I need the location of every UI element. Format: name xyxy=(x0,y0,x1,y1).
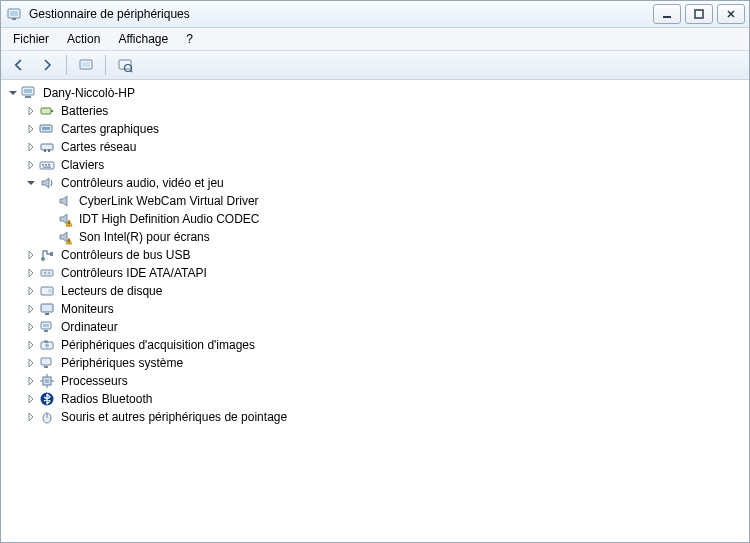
back-button[interactable] xyxy=(7,53,31,77)
svg-rect-22 xyxy=(45,164,47,166)
expand-toggle[interactable] xyxy=(25,285,37,297)
svg-rect-19 xyxy=(48,149,50,152)
cpu-icon xyxy=(39,373,55,389)
device-tree[interactable]: Dany-Niccolò-HP Batteries Cartes graphiq… xyxy=(1,80,749,542)
tree-item-label: Périphériques système xyxy=(59,354,185,372)
tree-item-label: Contrôleurs de bus USB xyxy=(59,246,192,264)
minimize-button[interactable] xyxy=(653,4,681,24)
tree-item-system-devices[interactable]: Périphériques système xyxy=(7,354,747,372)
titlebar: Gestionnaire de périphériques xyxy=(1,1,749,28)
close-button[interactable] xyxy=(717,4,745,24)
refresh-button[interactable] xyxy=(113,53,137,77)
svg-rect-18 xyxy=(44,149,46,152)
svg-rect-27 xyxy=(68,240,69,243)
svg-rect-47 xyxy=(45,379,49,383)
expand-toggle[interactable] xyxy=(25,411,37,423)
keyboard-icon xyxy=(39,157,55,173)
audio-warning-icon xyxy=(57,229,73,245)
system-icon xyxy=(39,355,55,371)
tree-root[interactable]: Dany-Niccolò-HP xyxy=(7,84,747,102)
svg-point-33 xyxy=(48,272,51,275)
menu-view[interactable]: Affichage xyxy=(110,30,176,48)
expand-toggle[interactable] xyxy=(25,321,37,333)
tree-item-label: Claviers xyxy=(59,156,106,174)
expand-toggle[interactable] xyxy=(25,249,37,261)
expand-toggle-empty xyxy=(43,213,55,225)
expand-toggle[interactable] xyxy=(25,303,37,315)
expand-toggle[interactable] xyxy=(25,357,37,369)
tree-item-monitors[interactable]: Moniteurs xyxy=(7,300,747,318)
tree-item-label: Contrôleurs audio, vidéo et jeu xyxy=(59,174,226,192)
expand-toggle[interactable] xyxy=(25,123,37,135)
tree-item-usb-controllers[interactable]: Contrôleurs de bus USB xyxy=(7,246,747,264)
device-manager-window: Gestionnaire de périphériques Fichier Ac… xyxy=(0,0,750,543)
svg-point-42 xyxy=(45,344,49,348)
computer-icon xyxy=(21,85,37,101)
svg-rect-13 xyxy=(41,108,51,114)
expand-toggle[interactable] xyxy=(25,177,37,189)
svg-rect-23 xyxy=(48,164,50,166)
battery-icon xyxy=(39,103,55,119)
tree-item-label: Processeurs xyxy=(59,372,130,390)
menu-help[interactable]: ? xyxy=(178,30,201,48)
tree-root-label: Dany-Niccolò-HP xyxy=(41,84,137,102)
usb-icon xyxy=(39,247,55,263)
window-title: Gestionnaire de périphériques xyxy=(29,7,647,21)
display-adapter-icon xyxy=(39,121,55,137)
network-icon xyxy=(39,139,55,155)
menu-file[interactable]: Fichier xyxy=(5,30,57,48)
svg-point-35 xyxy=(48,289,52,293)
svg-rect-28 xyxy=(68,243,69,244)
tree-item-audio-child-warn[interactable]: Son Intel(R) pour écrans xyxy=(7,228,747,246)
tree-item-ide-controllers[interactable]: Contrôleurs IDE ATA/ATAPI xyxy=(7,264,747,282)
tree-item-audio-controllers[interactable]: Contrôleurs audio, vidéo et jeu xyxy=(7,174,747,192)
svg-rect-6 xyxy=(82,62,90,67)
expand-toggle[interactable] xyxy=(25,141,37,153)
tree-item-audio-child[interactable]: CyberLink WebCam Virtual Driver xyxy=(7,192,747,210)
expand-toggle[interactable] xyxy=(25,159,37,171)
svg-line-9 xyxy=(130,70,132,72)
tree-item-label: IDT High Definition Audio CODEC xyxy=(77,210,262,228)
svg-rect-4 xyxy=(695,10,703,18)
svg-rect-24 xyxy=(43,167,51,168)
monitor-icon xyxy=(39,301,55,317)
menu-action[interactable]: Action xyxy=(59,30,108,48)
audio-icon xyxy=(39,175,55,191)
tree-item-label: Lecteurs de disque xyxy=(59,282,164,300)
tree-item-mice[interactable]: Souris et autres périphériques de pointa… xyxy=(7,408,747,426)
svg-rect-14 xyxy=(51,110,53,112)
forward-button[interactable] xyxy=(35,53,59,77)
expand-toggle[interactable] xyxy=(25,393,37,405)
tree-item-label: Radios Bluetooth xyxy=(59,390,154,408)
expand-toggle[interactable] xyxy=(25,267,37,279)
expand-toggle-empty xyxy=(43,231,55,243)
tree-item-label: Batteries xyxy=(59,102,110,120)
svg-rect-2 xyxy=(12,18,16,20)
toolbar-separator xyxy=(105,55,106,75)
svg-rect-30 xyxy=(50,252,53,256)
maximize-button[interactable] xyxy=(685,4,713,24)
tree-item-network-adapters[interactable]: Cartes réseau xyxy=(7,138,747,156)
show-hidden-button[interactable] xyxy=(74,53,98,77)
expand-toggle[interactable] xyxy=(25,375,37,387)
expand-toggle[interactable] xyxy=(7,87,19,99)
svg-rect-3 xyxy=(663,16,671,18)
expand-toggle[interactable] xyxy=(25,105,37,117)
tree-item-disk-drives[interactable]: Lecteurs de disque xyxy=(7,282,747,300)
tree-item-label: Contrôleurs IDE ATA/ATAPI xyxy=(59,264,209,282)
tree-item-imaging-devices[interactable]: Périphériques d'acquisition d'images xyxy=(7,336,747,354)
svg-rect-12 xyxy=(25,96,31,98)
expand-toggle[interactable] xyxy=(25,339,37,351)
tree-item-audio-child-warn[interactable]: IDT High Definition Audio CODEC xyxy=(7,210,747,228)
tree-item-label: Cartes réseau xyxy=(59,138,138,156)
audio-icon xyxy=(57,193,73,209)
tree-item-batteries[interactable]: Batteries xyxy=(7,102,747,120)
tree-item-keyboards[interactable]: Claviers xyxy=(7,156,747,174)
tree-item-computer[interactable]: Ordinateur xyxy=(7,318,747,336)
tree-item-bluetooth[interactable]: Radios Bluetooth xyxy=(7,390,747,408)
svg-rect-43 xyxy=(44,341,48,343)
audio-warning-icon xyxy=(57,211,73,227)
svg-rect-25 xyxy=(68,222,69,225)
tree-item-processors[interactable]: Processeurs xyxy=(7,372,747,390)
tree-item-display-adapters[interactable]: Cartes graphiques xyxy=(7,120,747,138)
